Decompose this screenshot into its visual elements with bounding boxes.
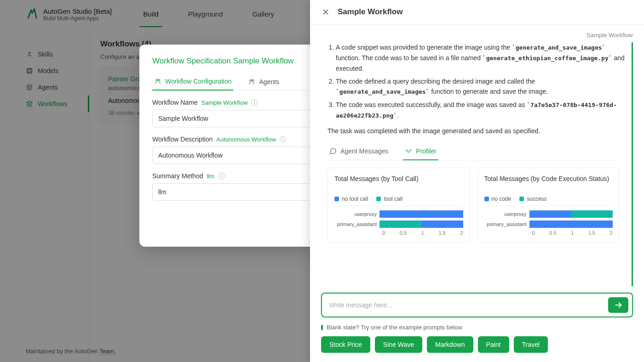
modal-tab-agents[interactable]: Agents [246, 73, 281, 90]
legend-label: success [527, 196, 546, 202]
chart-legend: no tool call tool call [334, 196, 463, 206]
legend-label: no code [492, 196, 512, 202]
tab-agent-messages[interactable]: Agent Messages [328, 143, 390, 160]
execution-log: A code snippet was provided to generate … [321, 42, 626, 121]
send-icon [613, 300, 623, 310]
chart-title: Total Messages (by Tool Call) [334, 175, 463, 191]
close-icon[interactable] [321, 7, 330, 17]
svg-point-5 [252, 79, 254, 81]
log-step: The code defined a query describing the … [336, 76, 626, 97]
chart-tool-call: Total Messages (by Tool Call) no tool ca… [328, 168, 470, 243]
chart-axis: 00.511.52 [532, 230, 613, 236]
legend-label: no tool call [342, 196, 368, 202]
modal-tab-config-label: Workflow Configuration [165, 78, 231, 85]
tab-profiler-label: Profiler [416, 147, 436, 155]
bar-label: primary_assistant [484, 221, 529, 227]
field-name-label: Workflow Name [152, 99, 198, 106]
drawer-title: Sample Workflow [338, 7, 402, 17]
bar-track [380, 220, 463, 228]
chip-sine-wave[interactable]: Sine Wave [375, 336, 422, 353]
hint-text: Blank slate? Try one of the example prom… [327, 324, 462, 331]
messages-icon [329, 147, 337, 155]
summary-line: The task was completed with the image ge… [328, 127, 626, 135]
info-icon[interactable]: i [218, 173, 224, 179]
input-area: Blank slate? Try one of the example prom… [310, 286, 644, 362]
tab-messages-label: Agent Messages [340, 147, 388, 155]
legend-swatch [376, 197, 381, 201]
legend-swatch [484, 197, 489, 201]
info-icon[interactable]: i [251, 99, 258, 106]
panel-tabs: Agent Messages Profiler [328, 143, 620, 160]
chart-axis: 00.511.52 [382, 230, 463, 236]
field-desc-label: Workflow Description [152, 136, 213, 143]
hint-indicator [321, 325, 323, 330]
info-icon[interactable]: i [280, 136, 286, 142]
field-name-hint: Sample Workflow [201, 99, 248, 106]
field-desc-hint: Autonomous Workflow [216, 136, 276, 143]
config-icon [154, 78, 161, 85]
agents-tab-icon [248, 78, 255, 85]
message-box [321, 293, 633, 317]
bar-track [529, 220, 613, 228]
bar-track [529, 210, 613, 218]
chip-paint[interactable]: Paint [478, 336, 509, 353]
bar-label: userproxy [334, 211, 380, 217]
workflow-drawer: Sample Workflow Sample Workflow A code s… [310, 0, 644, 362]
drawer-body: Sample Workflow A code snippet was provi… [310, 24, 644, 286]
chart-bars: userproxy primary_assistant [484, 210, 613, 236]
drawer-header: Sample Workflow [310, 0, 644, 24]
modal-title-name: Sample Workflow [233, 57, 293, 65]
tab-profiler[interactable]: Profiler [403, 143, 438, 160]
chip-stock-price[interactable]: Stock Price [321, 336, 370, 353]
modal-tab-agents-label: Agents [259, 78, 279, 85]
legend-swatch [519, 197, 524, 201]
chart-bars: userproxy primary_assistant [334, 210, 463, 236]
modal-title-prefix: Workflow Specification [152, 57, 231, 65]
chart-code-exec: Total Messages (by Code Execution Status… [477, 168, 620, 243]
charts-row: Total Messages (by Tool Call) no tool ca… [321, 168, 626, 243]
log-step: The code was executed successfully, and … [336, 100, 626, 121]
message-input[interactable] [329, 301, 608, 309]
chart-legend: no code success [484, 196, 613, 206]
breadcrumb[interactable]: Sample Workflow [321, 32, 633, 39]
modal-tab-config[interactable]: Workflow Configuration [152, 73, 233, 90]
svg-point-3 [158, 79, 160, 81]
bar-track [380, 210, 463, 218]
profiler-icon [405, 147, 412, 155]
svg-point-4 [250, 79, 252, 81]
field-summary-hint: llm [207, 173, 214, 180]
bar-label: userproxy [484, 211, 529, 217]
log-step: A code snippet was provided to generate … [336, 42, 626, 74]
legend-label: tool call [384, 196, 402, 202]
legend-swatch [334, 197, 339, 201]
chart-title: Total Messages (by Code Execution Status… [484, 175, 613, 191]
scroll-area[interactable]: A code snippet was provided to generate … [321, 42, 633, 286]
prompt-chips: Stock Price Sine Wave Markdown Paint Tra… [321, 336, 633, 353]
chip-markdown[interactable]: Markdown [427, 336, 473, 353]
svg-point-2 [156, 79, 158, 81]
bar-label: primary_assistant [334, 221, 380, 227]
field-summary-label: Summary Method [152, 172, 203, 180]
chip-travel[interactable]: Travel [514, 336, 548, 353]
send-button[interactable] [608, 297, 628, 313]
prompt-hint: Blank slate? Try one of the example prom… [321, 324, 633, 331]
